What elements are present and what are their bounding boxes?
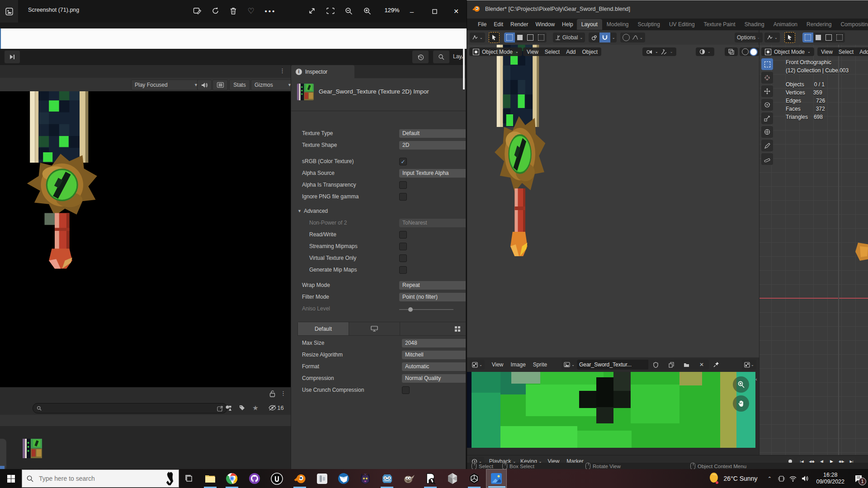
max-size-dropdown[interactable]: 2048 (402, 339, 466, 347)
crunch-compression-checkbox[interactable] (402, 386, 410, 394)
workspace-tab-rendering[interactable]: Rendering (802, 19, 836, 30)
menu-file[interactable]: File (474, 19, 490, 30)
select-mode-subtract[interactable] (525, 33, 536, 42)
app-aseprite[interactable] (355, 469, 375, 488)
photos-titlebar[interactable]: Screenshot (71).png ♡ ••• (0, 0, 467, 23)
virtual-texture-checkbox[interactable] (399, 254, 407, 262)
image-browse-dropdown[interactable]: ⌄ (561, 360, 577, 370)
tab-platform-default[interactable]: Default (298, 322, 349, 335)
tray-device-icon[interactable] (775, 469, 787, 488)
menu-view[interactable]: View (488, 359, 507, 370)
app-renderdoc[interactable] (420, 469, 440, 488)
play-focused-dropdown[interactable]: Play Focused ▼ (131, 80, 202, 90)
blender-titlebar[interactable]: Blender* [C:\Projects\PixelPoly\Gear_Swo… (467, 0, 868, 19)
texture-zoom-view[interactable] (467, 372, 755, 448)
texture-type-dropdown[interactable]: Default (399, 129, 466, 138)
unlink-image-icon[interactable]: ✕ (694, 360, 709, 370)
unlock-icon[interactable] (269, 390, 275, 397)
ignore-png-gamma-checkbox[interactable] (399, 193, 407, 201)
tray-clock[interactable]: 16:28 09/09/2022 (816, 472, 844, 485)
tray-chevron-up-icon[interactable]: ⌃ (764, 469, 775, 488)
tool-annotate[interactable] (761, 140, 773, 151)
collapsed-favorites-tab[interactable] (0, 439, 6, 469)
editor-type-dropdown-right[interactable]: ⌄ (764, 33, 780, 42)
menu-object[interactable]: Object (582, 49, 598, 55)
maximize-button[interactable] (424, 0, 445, 23)
workspace-tab-shading[interactable]: Shading (740, 19, 769, 30)
delete-icon[interactable] (227, 5, 240, 17)
region-collapse-arrow[interactable]: ‹ (755, 376, 757, 382)
workspace-tab-sculpting[interactable]: Sculpting (633, 19, 665, 30)
active-tool-icon-right[interactable] (784, 32, 795, 43)
project-kebab-icon[interactable]: ⋮ (280, 390, 286, 397)
tool-measure[interactable] (761, 153, 773, 165)
game-viewport[interactable] (0, 91, 291, 387)
favorite-heart-icon[interactable]: ♡ (245, 5, 257, 17)
menu-view[interactable]: View (821, 49, 833, 55)
select-mode-invert[interactable] (834, 33, 845, 42)
select-mode-subtract[interactable] (823, 33, 834, 42)
touch-pan-button[interactable] (733, 395, 749, 412)
snap-target-icon[interactable] (589, 33, 599, 42)
more-options-icon[interactable]: ••• (264, 5, 277, 17)
step-forward-button[interactable] (5, 51, 20, 63)
fit-to-window-icon[interactable] (324, 5, 337, 17)
transform-orientation-dropdown[interactable]: Global ⌄ (553, 33, 585, 42)
favorites-star-icon[interactable]: ★ (250, 403, 261, 413)
app-file-explorer[interactable] (200, 469, 220, 488)
workspace-tab-texture-paint[interactable]: Texture Paint (699, 19, 740, 30)
image-name-field[interactable]: Gear_Sword_Textur... (577, 360, 648, 370)
tool-select-box[interactable] (761, 58, 773, 70)
search-input[interactable] (38, 474, 144, 483)
editor-type-dropdown[interactable]: ⌄ (470, 33, 485, 42)
streaming-mipmaps-checkbox[interactable] (399, 243, 407, 250)
tab-inspector[interactable]: i Inspector (291, 65, 354, 78)
undo-history-icon[interactable] (412, 51, 429, 63)
app-pureref[interactable] (312, 469, 332, 488)
search-icon[interactable] (433, 51, 449, 63)
select-mode-invert[interactable] (536, 33, 547, 42)
workspace-tab-modeling[interactable]: Modeling (602, 19, 633, 30)
xray-toggle[interactable] (725, 47, 738, 56)
filter-mode-dropdown[interactable]: Point (no filter) (399, 293, 466, 301)
alpha-transparency-checkbox[interactable] (399, 181, 407, 189)
select-mode-set[interactable] (504, 33, 515, 42)
wrap-mode-dropdown[interactable]: Repeat (399, 281, 466, 290)
app-thunderbird[interactable] (334, 469, 354, 488)
select-mode-set[interactable] (802, 33, 813, 42)
tool-scale[interactable] (761, 113, 773, 124)
fake-user-shield-icon[interactable] (648, 360, 664, 370)
active-tool-icon[interactable] (489, 32, 500, 43)
app-gimp[interactable] (399, 469, 419, 488)
layers-dropdown[interactable]: Lay (453, 53, 462, 60)
mute-audio-icon[interactable] (197, 80, 212, 90)
app-unity[interactable] (464, 469, 484, 488)
hidden-packages-icon[interactable]: 16 (264, 403, 288, 413)
format-dropdown[interactable]: Automatic (402, 362, 466, 371)
select-mode-extend[interactable] (813, 33, 823, 42)
resize-algorithm-dropdown[interactable]: Mitchell (402, 351, 466, 359)
game-view-kebab-icon[interactable]: ⋮ (279, 67, 285, 74)
viewport-3d[interactable]: Object Mode⌄ View Select Add Object ⌄ ⌄ … (467, 45, 760, 357)
minimize-button[interactable]: – (401, 0, 422, 23)
tab-platform-standalone-icon[interactable] (349, 322, 400, 335)
shading-solid-icon[interactable] (750, 49, 757, 55)
generate-mipmaps-checkbox[interactable] (399, 266, 407, 274)
stats-button[interactable]: Stats (229, 80, 250, 90)
workspace-tab-uv-editing[interactable]: UV Editing (665, 19, 699, 30)
copy-image-icon[interactable] (664, 360, 679, 370)
project-search-input[interactable] (33, 403, 227, 413)
app-godot[interactable] (377, 469, 397, 488)
advanced-foldout[interactable]: ▼ Advanced (297, 208, 328, 214)
menu-image[interactable]: Image (507, 359, 529, 370)
resize-image-icon[interactable] (306, 5, 318, 17)
menu-select[interactable]: Select (839, 49, 854, 55)
tray-volume-icon[interactable] (799, 469, 811, 488)
pin-icon[interactable] (713, 361, 719, 368)
project-asset-area[interactable] (0, 426, 291, 469)
search-by-label-icon[interactable] (236, 403, 248, 413)
shading-wireframe-icon[interactable] (742, 48, 749, 55)
menu-render[interactable]: Render (507, 19, 532, 30)
alpha-source-dropdown[interactable]: Input Texture Alpha (399, 169, 466, 178)
object-mode-dropdown-right[interactable]: Object Mode⌄ (761, 47, 814, 56)
